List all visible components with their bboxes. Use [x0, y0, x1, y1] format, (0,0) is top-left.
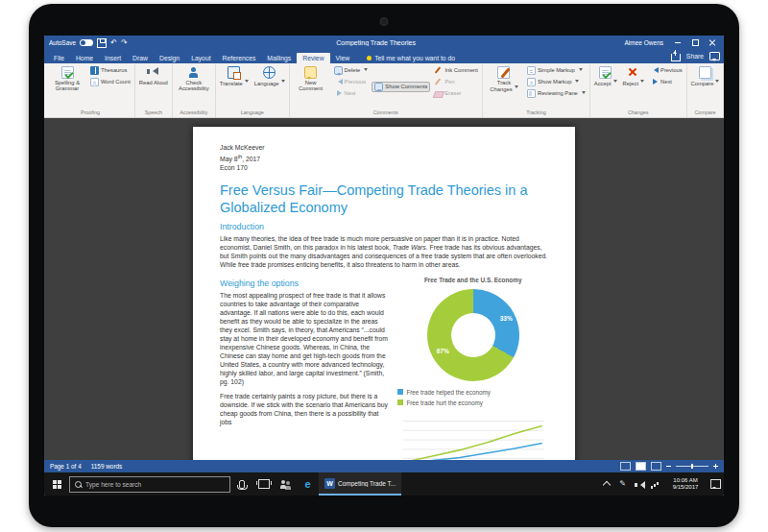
action-center-button[interactable]: [708, 472, 724, 496]
next-change-button[interactable]: Next: [648, 77, 684, 87]
previous-comment-icon: [334, 78, 343, 86]
clock-date: 9/15/2017: [663, 484, 708, 492]
doc-paragraph-3: Free trade certainly paints a rosy pictu…: [220, 392, 388, 426]
tray-overflow-button[interactable]: [598, 472, 614, 496]
read-aloud-icon: [147, 66, 159, 79]
account-name[interactable]: Aimee Owens: [625, 39, 663, 46]
spelling-grammar-button[interactable]: Spelling & Grammar: [48, 65, 86, 93]
share-icon[interactable]: [671, 54, 681, 61]
minimize-button[interactable]: [671, 37, 684, 49]
dropdown-arrow-icon: [364, 68, 368, 73]
check-accessibility-button[interactable]: Check Accessibility: [175, 65, 213, 93]
word-count-indicator[interactable]: 1159 words: [91, 463, 123, 470]
edge-button[interactable]: e: [297, 472, 319, 496]
thesaurus-button[interactable]: Thesaurus: [88, 65, 132, 76]
new-comment-button[interactable]: New Comment: [292, 65, 330, 93]
task-view-button[interactable]: [252, 472, 275, 496]
ribbon-group-speech: Read Aloud Speech: [135, 64, 173, 117]
ink-comment-icon: [434, 66, 443, 75]
spelling-grammar-icon: [61, 66, 74, 79]
autosave-toggle[interactable]: [80, 39, 93, 46]
compare-button[interactable]: Compare: [689, 65, 722, 87]
word-taskbar-button[interactable]: W Competing Trade T...: [319, 472, 401, 496]
document-page[interactable]: Jack McKeever May 8th, 2017 Econ 170 Fre…: [193, 127, 575, 460]
tab-references[interactable]: References: [217, 53, 262, 63]
taskbar-clock[interactable]: 10:06 AM 9/15/2017: [663, 477, 708, 492]
show-comments-button[interactable]: Show Comments: [372, 82, 430, 92]
show-markup-dropdown[interactable]: Show Markup: [525, 77, 588, 87]
doc-date: May 8th, 2017: [220, 153, 548, 164]
dropdown-arrow-icon: [715, 80, 719, 85]
windows-taskbar: Type here to search e W Competing Trade …: [44, 472, 724, 496]
doc-heading-weighing: Weighing the options: [220, 279, 388, 288]
doc-course: Econ 170: [220, 164, 548, 173]
reject-button[interactable]: Reject: [621, 65, 646, 87]
track-changes-button[interactable]: Track Changes: [485, 65, 523, 94]
undo-icon[interactable]: ↶: [110, 39, 117, 47]
word-count-button[interactable]: Word Count: [88, 77, 132, 87]
start-button[interactable]: [44, 472, 69, 496]
pen-button[interactable]: Pen: [432, 77, 479, 87]
people-button[interactable]: [275, 472, 297, 496]
ink-comment-button[interactable]: Ink Comment: [432, 65, 479, 76]
ribbon-group-comments: New Comment Delete Previous Next Show Co…: [290, 64, 483, 117]
tab-view[interactable]: View: [330, 53, 356, 63]
zoom-slider[interactable]: [676, 466, 708, 467]
accept-button[interactable]: Accept: [592, 65, 619, 87]
tab-design[interactable]: Design: [154, 53, 185, 63]
volume-icon: [635, 480, 644, 489]
check-accessibility-icon: [187, 66, 200, 79]
save-icon[interactable]: [97, 38, 107, 48]
reviewing-pane-button[interactable]: Reviewing Pane: [525, 88, 588, 99]
maximize-button[interactable]: [688, 37, 702, 49]
eraser-button[interactable]: Eraser: [432, 88, 479, 99]
simple-markup-dropdown[interactable]: Simple Markup: [525, 65, 588, 76]
zoom-slider-thumb[interactable]: [691, 464, 693, 469]
close-button[interactable]: [706, 37, 719, 49]
tab-insert[interactable]: Insert: [99, 53, 127, 63]
search-placeholder: Type here to search: [85, 481, 141, 488]
line-chart: [397, 413, 548, 460]
previous-change-button[interactable]: Previous: [648, 65, 684, 76]
tray-network-button[interactable]: [647, 472, 663, 496]
document-canvas[interactable]: Jack McKeever May 8th, 2017 Econ 170 Fre…: [44, 118, 724, 460]
tray-pen-button[interactable]: ✎: [614, 472, 631, 496]
web-layout-icon[interactable]: [651, 462, 661, 471]
tab-draw[interactable]: Draw: [127, 53, 154, 63]
search-input[interactable]: Type here to search: [69, 476, 230, 493]
page-indicator[interactable]: Page 1 of 4: [50, 463, 82, 470]
tab-review[interactable]: Review: [297, 53, 329, 63]
share-label[interactable]: Share: [686, 53, 704, 60]
doc-title: Free Versus Fair—Competing Trade Theorie…: [220, 181, 548, 216]
delete-comment-button[interactable]: Delete: [332, 65, 371, 76]
comments-pane-icon[interactable]: [709, 52, 720, 60]
tab-mailings[interactable]: Mailings: [261, 53, 297, 63]
track-changes-icon: [497, 66, 510, 79]
dropdown-arrow-icon: [640, 80, 644, 85]
read-aloud-button[interactable]: Read Aloud: [137, 65, 170, 86]
dropdown-arrow-icon: [582, 91, 586, 96]
zoom-out-icon[interactable]: [666, 466, 671, 467]
previous-comment-button[interactable]: Previous: [332, 77, 371, 87]
next-comment-icon: [334, 89, 343, 98]
legend-swatch-blue: [397, 389, 403, 395]
dropdown-arrow-icon: [245, 80, 249, 85]
zoom-in-icon[interactable]: [713, 464, 718, 469]
task-view-icon: [258, 479, 270, 489]
search-icon: [75, 481, 82, 488]
redo-icon[interactable]: ↷: [121, 39, 128, 47]
language-button[interactable]: Language: [252, 65, 287, 87]
tell-me-box[interactable]: Tell me what you want to do: [363, 53, 459, 63]
tray-volume-button[interactable]: [631, 472, 647, 496]
read-mode-icon[interactable]: [620, 462, 631, 471]
tab-file[interactable]: File: [48, 53, 70, 63]
tab-layout[interactable]: Layout: [185, 53, 216, 63]
tab-home[interactable]: Home: [70, 53, 99, 63]
word-title-bar: AutoSave ↶ ↷ Competing Trade Theories Ai…: [44, 36, 724, 50]
next-comment-button[interactable]: Next: [332, 88, 371, 99]
cortana-mic-button[interactable]: [230, 472, 252, 496]
print-layout-icon[interactable]: [636, 462, 646, 471]
review-ribbon: Spelling & Grammar Thesaurus Word Count …: [44, 63, 724, 118]
group-label-accessibility: Accessibility: [175, 109, 213, 117]
translate-button[interactable]: Translate: [218, 65, 251, 87]
